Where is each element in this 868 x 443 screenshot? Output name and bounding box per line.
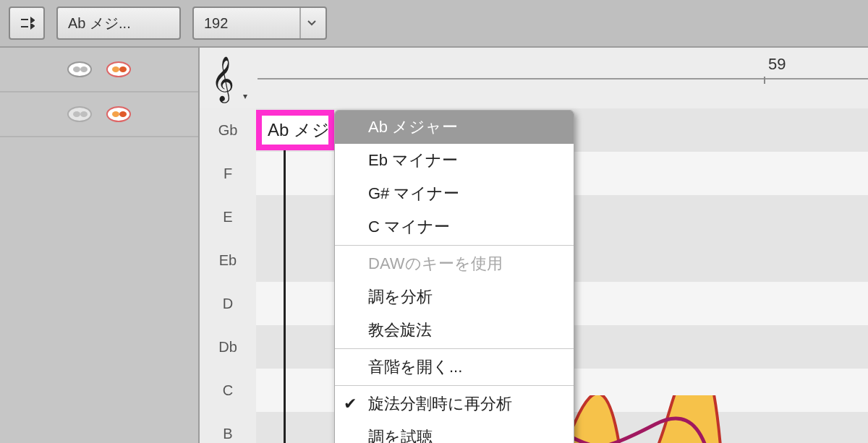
menu-separator bbox=[335, 348, 574, 349]
key-context-menu: Ab メジャー Eb マイナー G# マイナー C マイナー DAWのキーを使用… bbox=[334, 110, 574, 443]
menu-item-key[interactable]: C マイナー bbox=[335, 210, 574, 244]
svg-point-1 bbox=[73, 66, 80, 72]
menu-item-open-scale[interactable]: 音階を開く... bbox=[335, 350, 574, 384]
menu-item-label: Ab メジャー bbox=[368, 116, 458, 138]
key-select-button[interactable]: Ab メジ... bbox=[56, 7, 181, 40]
menu-item-label: Eb マイナー bbox=[368, 150, 458, 171]
svg-point-10 bbox=[112, 111, 119, 117]
note-label: Gb bbox=[200, 108, 258, 153]
note-label: C bbox=[200, 369, 258, 413]
note-label: B bbox=[200, 412, 258, 443]
toolbar: Ab メジ... 192 bbox=[0, 0, 868, 48]
blob-active-icon bbox=[106, 61, 132, 78]
ruler-tick bbox=[764, 77, 765, 84]
svg-point-7 bbox=[73, 111, 80, 117]
menu-item-key[interactable]: Eb マイナー bbox=[335, 144, 574, 177]
track-row[interactable] bbox=[0, 93, 198, 137]
tempo-value: 192 bbox=[204, 15, 228, 32]
key-select-label: Ab メジ... bbox=[68, 14, 131, 33]
time-ruler[interactable]: 𝄞 ▾ 59 bbox=[200, 48, 868, 110]
menu-separator bbox=[335, 245, 574, 246]
menu-item-church-modes[interactable]: 教会旋法 bbox=[335, 314, 574, 347]
snap-button[interactable] bbox=[9, 7, 45, 40]
menu-item-label: C マイナー bbox=[368, 216, 450, 238]
menu-item-label: 調を試聴 bbox=[368, 426, 433, 443]
menu-item-use-daw-key: DAWのキーを使用 bbox=[335, 247, 574, 280]
note-label: E bbox=[200, 195, 258, 240]
svg-point-5 bbox=[119, 66, 127, 72]
blob-icon bbox=[67, 61, 93, 78]
treble-clef-icon[interactable]: 𝄞 bbox=[211, 56, 234, 102]
menu-item-audition-key[interactable]: 調を試聴 bbox=[335, 421, 574, 443]
menu-separator bbox=[335, 385, 574, 386]
menu-item-analyze-key[interactable]: 調を分析 bbox=[335, 280, 574, 314]
menu-item-label: DAWのキーを使用 bbox=[368, 253, 503, 275]
svg-point-4 bbox=[112, 66, 119, 72]
menu-item-label: G# マイナー bbox=[368, 183, 459, 205]
key-marker-highlight[interactable]: Ab メジ bbox=[256, 110, 334, 150]
blob-active-icon bbox=[106, 106, 132, 123]
chevron-down-icon bbox=[299, 8, 323, 38]
note-label: Db bbox=[200, 325, 258, 370]
playhead-line[interactable] bbox=[284, 136, 286, 443]
blob-dim-icon bbox=[67, 106, 93, 123]
note-label: Eb bbox=[200, 238, 258, 283]
svg-point-11 bbox=[119, 111, 127, 117]
check-icon: ✔ bbox=[344, 395, 357, 413]
track-row[interactable] bbox=[0, 48, 198, 93]
menu-item-label: 旋法分割時に再分析 bbox=[368, 393, 512, 415]
chevron-down-icon: ▾ bbox=[243, 91, 247, 101]
note-label: F bbox=[200, 152, 258, 197]
note-editor[interactable]: 𝄞 ▾ 59 GbFEEbDDbCB Ab メジ Ab メジャー Eb マイナー bbox=[200, 48, 868, 443]
ruler-line bbox=[258, 78, 868, 79]
menu-item-key[interactable]: G# マイナー bbox=[335, 177, 574, 210]
menu-item-key[interactable]: Ab メジャー bbox=[335, 111, 574, 144]
tempo-select-button[interactable]: 192 bbox=[192, 7, 327, 40]
menu-item-label: 音階を開く... bbox=[368, 356, 462, 378]
track-list bbox=[0, 48, 200, 443]
note-label: D bbox=[200, 282, 258, 327]
menu-item-reanalyze-on-split[interactable]: ✔ 旋法分割時に再分析 bbox=[335, 387, 574, 421]
snap-icon bbox=[19, 15, 35, 31]
svg-point-8 bbox=[80, 111, 88, 117]
main-split: 𝄞 ▾ 59 GbFEEbDDbCB Ab メジ Ab メジャー Eb マイナー bbox=[0, 48, 868, 443]
menu-item-label: 調を分析 bbox=[368, 286, 433, 308]
bar-number: 59 bbox=[768, 55, 786, 74]
svg-point-2 bbox=[80, 66, 88, 72]
key-marker-label: Ab メジ bbox=[268, 119, 330, 142]
menu-item-label: 教会旋法 bbox=[368, 319, 432, 341]
